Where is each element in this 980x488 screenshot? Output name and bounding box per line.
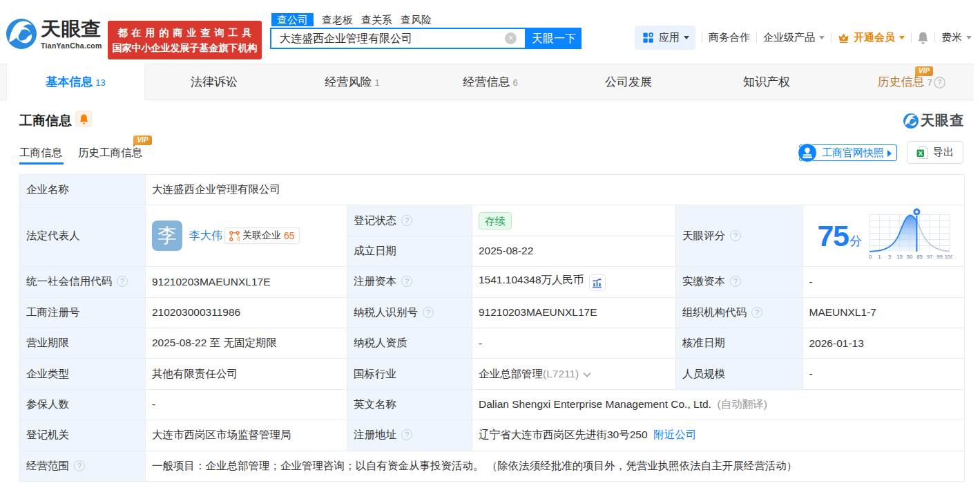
svg-text:15: 15	[897, 254, 903, 260]
svg-text:X: X	[919, 150, 923, 157]
svg-text:企: 企	[236, 235, 240, 241]
svg-text:1: 1	[878, 254, 881, 260]
svg-text:50: 50	[907, 254, 913, 260]
svg-text:85: 85	[917, 254, 923, 260]
svg-text:100: 100	[945, 254, 953, 260]
svg-text:3: 3	[888, 254, 891, 260]
svg-text:0: 0	[869, 254, 872, 260]
svg-text:?: ?	[938, 79, 942, 86]
svg-text:97: 97	[927, 254, 933, 260]
svg-text:99: 99	[937, 254, 943, 260]
